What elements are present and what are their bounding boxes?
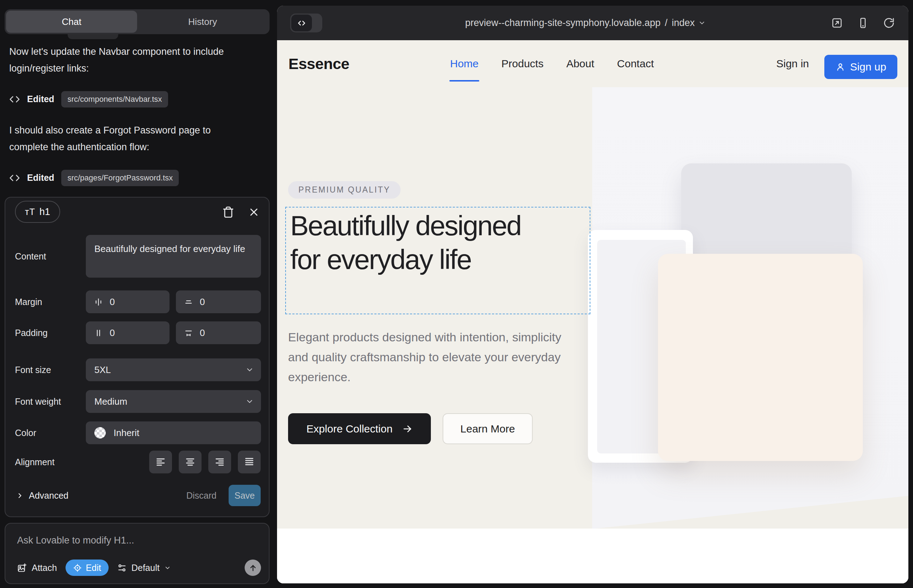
edited-file-badge[interactable]: src/components/Navbar.tsx [61, 91, 168, 108]
site-next-section [277, 528, 908, 583]
chevron-right-icon [16, 491, 24, 499]
padding-x-input[interactable]: 0 [86, 321, 170, 344]
color-select[interactable]: Inherit [86, 422, 261, 444]
close-icon [248, 206, 260, 218]
user-icon [835, 62, 845, 72]
nav-link-products[interactable]: Products [501, 40, 543, 87]
code-icon [9, 173, 20, 183]
align-right-icon [214, 457, 225, 467]
app-root: Chat History Now let's update the Navbar… [0, 0, 913, 588]
editor-footer: Advanced Discard Save [5, 484, 270, 507]
hero-cta-row: Explore Collection Learn More [288, 413, 533, 444]
model-mode-selector[interactable]: Default [117, 563, 171, 573]
alignment-label: Alignment [15, 457, 55, 467]
font-size-select[interactable]: 5XL [86, 359, 261, 381]
padding-vertical-icon [184, 328, 193, 338]
close-editor-button[interactable] [248, 206, 260, 218]
chevron-down-icon [245, 365, 254, 374]
advanced-toggle[interactable]: Advanced [16, 491, 68, 501]
align-right-button[interactable] [208, 451, 231, 473]
margin-label: Margin [15, 297, 42, 307]
site-canvas: Essence Home Products About Contact Sign… [277, 40, 908, 583]
mobile-view-button[interactable] [857, 17, 869, 29]
site-logo[interactable]: Essence [288, 40, 349, 87]
nav-link-home[interactable]: Home [450, 40, 479, 87]
selected-element-outline[interactable]: Beautifully designed for everyday life [285, 207, 590, 314]
align-justify-button[interactable] [238, 451, 261, 473]
preview-url-bar[interactable]: preview--charming-site-symphony.lovable.… [465, 6, 706, 40]
edit-mode-button[interactable]: Edit [66, 559, 108, 576]
toggle-knob [291, 15, 312, 31]
edited-file-row[interactable]: Edited src/components/Navbar.tsx [9, 90, 262, 108]
external-link-icon [831, 17, 843, 29]
padding-horizontal-icon [94, 328, 103, 338]
send-button[interactable] [244, 559, 261, 576]
element-editor-panel: тT h1 Content Beautifully designed for e… [5, 197, 270, 517]
preview-actions [831, 6, 895, 40]
content-label: Content [15, 251, 46, 262]
margin-vertical-icon [184, 297, 193, 307]
align-left-button[interactable] [149, 451, 172, 473]
edited-file-badge[interactable]: src/pages/ForgotPassword.tsx [61, 170, 179, 186]
code-icon [9, 94, 20, 105]
explore-collection-button[interactable]: Explore Collection [288, 413, 431, 444]
code-view-toggle[interactable] [290, 13, 322, 32]
chat-message: Now let's update the Navbar component to… [9, 44, 251, 77]
prompt-composer[interactable]: Ask Lovable to modify H1... Attach Edit … [5, 523, 270, 584]
open-in-new-tab-button[interactable] [831, 17, 843, 29]
learn-more-button[interactable]: Learn More [443, 413, 533, 444]
nav-link-about[interactable]: About [566, 40, 594, 87]
discard-button[interactable]: Discard [186, 491, 217, 501]
prompt-input[interactable]: Ask Lovable to modify H1... [17, 535, 134, 546]
site-navbar: Essence Home Products About Contact Sign… [277, 40, 908, 87]
nav-link-contact[interactable]: Contact [617, 40, 654, 87]
delete-element-button[interactable] [222, 206, 234, 218]
sign-up-button[interactable]: Sign up [824, 55, 897, 79]
type-icon: тT [25, 207, 35, 217]
content-input[interactable]: Beautifully designed for everyday life [86, 235, 261, 278]
site-nav-links: Home Products About Contact [450, 40, 654, 87]
font-weight-label: Font weight [15, 396, 61, 407]
chat-sidebar: Chat History Now let's update the Navbar… [0, 0, 277, 588]
url-separator: / [665, 18, 668, 29]
sign-in-link[interactable]: Sign in [776, 40, 809, 87]
edited-file-row[interactable]: Edited src/pages/ForgotPassword.tsx [9, 169, 262, 186]
chevron-down-icon [164, 564, 171, 571]
hero-description: Elegant products designed with intention… [288, 327, 569, 387]
premium-quality-badge: PREMIUM QUALITY [288, 181, 401, 199]
attach-button[interactable]: Attach [17, 563, 57, 573]
chat-history-tabs: Chat History [5, 9, 270, 34]
margin-y-input[interactable]: 0 [176, 291, 261, 313]
trash-icon [222, 206, 234, 218]
font-weight-select[interactable]: Medium [86, 390, 261, 413]
padding-label: Padding [15, 328, 48, 338]
attach-image-icon [17, 563, 27, 573]
align-center-button[interactable] [179, 451, 202, 473]
chevron-down-icon [698, 19, 706, 27]
padding-y-input[interactable]: 0 [176, 321, 261, 344]
margin-x-input[interactable]: 0 [86, 291, 170, 313]
edited-label: Edited [27, 94, 54, 104]
tab-chat[interactable]: Chat [6, 11, 137, 33]
code-icon [297, 18, 306, 28]
chat-message: I should also create a Forgot Password p… [9, 122, 251, 155]
preview-toolbar: preview--charming-site-symphony.lovable.… [277, 6, 908, 40]
tab-history[interactable]: History [137, 11, 268, 33]
color-label: Color [15, 428, 36, 438]
align-center-icon [185, 457, 196, 467]
chat-messages: Now let's update the Navbar component to… [9, 44, 262, 201]
save-button[interactable]: Save [228, 485, 261, 506]
refresh-button[interactable] [883, 17, 895, 29]
edited-label: Edited [27, 173, 54, 183]
font-size-label: Font size [15, 365, 51, 375]
element-tag-pill: тT h1 [15, 201, 60, 223]
align-left-icon [155, 457, 166, 467]
refresh-icon [883, 17, 895, 29]
product-image-placeholder-beige [658, 254, 863, 461]
arrow-right-icon [402, 424, 412, 434]
hero-heading[interactable]: Beautifully designed for everyday life [286, 207, 535, 276]
url-path[interactable]: index [672, 18, 695, 29]
color-swatch-transparent [94, 427, 106, 438]
crosshair-icon [73, 564, 82, 572]
margin-horizontal-icon [94, 297, 103, 307]
